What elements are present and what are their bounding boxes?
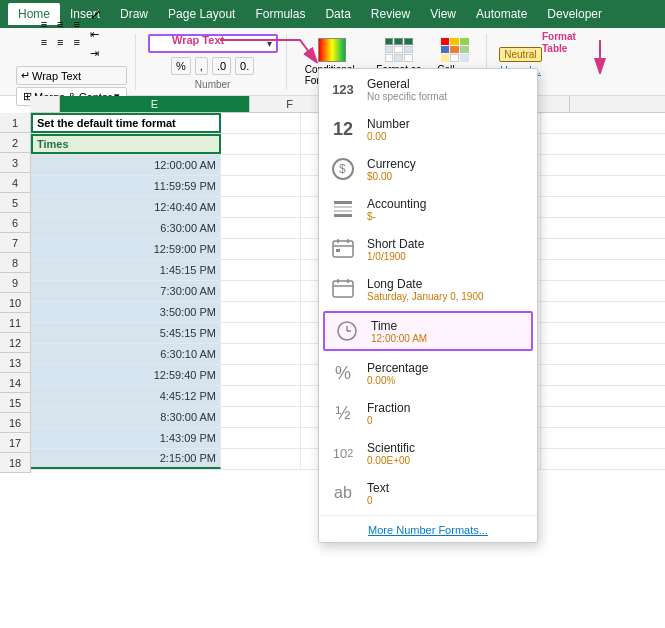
indent-increase-button[interactable]: ⇥ bbox=[86, 45, 106, 62]
general-icon: 123 bbox=[329, 75, 357, 103]
row-header-9: 9 bbox=[0, 273, 30, 293]
align-top-row: ≡ ≡ ≡ bbox=[37, 16, 84, 32]
row-header-13: 13 bbox=[0, 353, 30, 373]
dropdown-item-fraction[interactable]: ½ Fraction 0 bbox=[319, 393, 537, 433]
time-cell-9[interactable]: 5:45:15 PM bbox=[31, 323, 221, 343]
dropdown-item-accounting[interactable]: Accounting $- bbox=[319, 189, 537, 229]
time-cell-1[interactable]: 12:00:00 AM bbox=[31, 155, 221, 175]
time-cell-6[interactable]: 1:45:15 PM bbox=[31, 260, 221, 280]
number-format-dropdown: 123 General No specific format 12 Number… bbox=[318, 68, 538, 543]
number-format-dropdown-arrow[interactable]: ▾ bbox=[267, 38, 272, 49]
time-cell-10[interactable]: 6:30:10 AM bbox=[31, 344, 221, 364]
row-header-2: 2 bbox=[0, 133, 30, 153]
align-bottom-button[interactable]: ≡ bbox=[70, 16, 84, 32]
time-cell-5[interactable]: 12:59:00 PM bbox=[31, 239, 221, 259]
wrap-text-icon: ↵ bbox=[21, 69, 30, 82]
align-top-button[interactable]: ≡ bbox=[37, 16, 51, 32]
tab-view[interactable]: View bbox=[420, 3, 466, 25]
general-sublabel: No specific format bbox=[367, 91, 447, 102]
number-group: ▾ % , .0 0. Number bbox=[140, 34, 287, 90]
tab-developer[interactable]: Developer bbox=[537, 3, 612, 25]
align-left-button[interactable]: ≡ bbox=[37, 34, 51, 50]
time-cell-15[interactable]: 2:15:00 PM bbox=[31, 449, 221, 469]
dropdown-item-time[interactable]: Time 12:00:00 AM bbox=[323, 311, 533, 351]
time-label: Time bbox=[371, 319, 427, 333]
tab-draw[interactable]: Draw bbox=[110, 3, 158, 25]
dropdown-item-currency[interactable]: $ Currency $0.00 bbox=[319, 149, 537, 189]
number-format-input[interactable] bbox=[154, 36, 272, 50]
general-label: General bbox=[367, 77, 447, 91]
dropdown-item-text[interactable]: ab Text 0 bbox=[319, 473, 537, 513]
times-header-cell[interactable]: Times bbox=[31, 134, 221, 154]
title-cell[interactable]: Set the default time format bbox=[31, 113, 221, 133]
tab-formulas[interactable]: Formulas bbox=[245, 3, 315, 25]
percentage-sublabel: 0.00% bbox=[367, 375, 428, 386]
increase-decimal-button[interactable]: .0 bbox=[212, 57, 231, 75]
dropdown-item-longdate[interactable]: Long Date Saturday, January 0, 1900 bbox=[319, 269, 537, 309]
svg-rect-2 bbox=[334, 201, 352, 204]
tab-data[interactable]: Data bbox=[315, 3, 360, 25]
shortdate-sublabel: 1/0/1900 bbox=[367, 251, 424, 262]
svg-rect-4 bbox=[334, 210, 352, 212]
time-cell-7[interactable]: 7:30:00 AM bbox=[31, 281, 221, 301]
cell-f16 bbox=[221, 428, 301, 448]
cell-f10 bbox=[221, 302, 301, 322]
cell-f9 bbox=[221, 281, 301, 301]
cell-f4 bbox=[221, 176, 301, 196]
percent-button[interactable]: % bbox=[171, 57, 191, 75]
short-date-icon bbox=[329, 235, 357, 263]
currency-label: Currency bbox=[367, 157, 416, 171]
row-header-1: 1 bbox=[0, 113, 30, 133]
time-cell-14[interactable]: 1:43:09 PM bbox=[31, 428, 221, 448]
more-formats-link[interactable]: More Number Formats... bbox=[319, 518, 537, 542]
row-header-15: 15 bbox=[0, 393, 30, 413]
svg-rect-10 bbox=[336, 249, 340, 252]
dropdown-item-percentage[interactable]: % Percentage 0.00% bbox=[319, 353, 537, 393]
row-header-10: 10 bbox=[0, 293, 30, 313]
shortdate-label: Short Date bbox=[367, 237, 424, 251]
tab-page-layout[interactable]: Page Layout bbox=[158, 3, 245, 25]
dropdown-item-general[interactable]: 123 General No specific format bbox=[319, 69, 537, 109]
row-header-17: 17 bbox=[0, 433, 30, 453]
text-icon: ab bbox=[329, 479, 357, 507]
col-header-e[interactable]: E bbox=[60, 96, 250, 112]
align-middle-button[interactable]: ≡ bbox=[53, 16, 67, 32]
cell-f13 bbox=[221, 365, 301, 385]
time-cell-12[interactable]: 4:45:12 PM bbox=[31, 386, 221, 406]
tab-review[interactable]: Review bbox=[361, 3, 420, 25]
svg-rect-11 bbox=[333, 281, 353, 297]
cell-f1 bbox=[221, 113, 301, 133]
scientific-sublabel: 0.00E+00 bbox=[367, 455, 415, 466]
time-cell-2[interactable]: 11:59:59 PM bbox=[31, 176, 221, 196]
comma-button[interactable]: , bbox=[195, 57, 208, 75]
align-center-button[interactable]: ≡ bbox=[53, 34, 67, 50]
time-cell-13[interactable]: 8:30:00 AM bbox=[31, 407, 221, 427]
time-cell-11[interactable]: 12:59:40 PM bbox=[31, 365, 221, 385]
row-headers: 1 2 3 4 5 6 7 8 9 10 11 12 13 14 15 16 1… bbox=[0, 113, 31, 473]
text-format-sublabel: 0 bbox=[367, 495, 389, 506]
time-sublabel: 12:00:00 AM bbox=[371, 333, 427, 344]
cell-f3 bbox=[221, 155, 301, 175]
text-format-label: Text bbox=[367, 481, 389, 495]
decrease-decimal-button[interactable]: 0. bbox=[235, 57, 254, 75]
svg-text:$: $ bbox=[339, 162, 346, 176]
time-cell-3[interactable]: 12:40:40 AM bbox=[31, 197, 221, 217]
cell-f2 bbox=[221, 134, 301, 154]
indent-decrease-button[interactable]: ⇤ bbox=[86, 26, 106, 43]
accounting-label-text: Accounting bbox=[367, 197, 426, 211]
time-cell-8[interactable]: 3:50:00 PM bbox=[31, 302, 221, 322]
wrap-text-button[interactable]: ↵ Wrap Text bbox=[16, 66, 127, 85]
dropdown-item-scientific[interactable]: 102 Scientific 0.00E+00 bbox=[319, 433, 537, 473]
alignment-group: ≡ ≡ ≡ ≡ ≡ ≡ ⤢ ⇤ ⇥ bbox=[8, 34, 136, 90]
text-direction-button[interactable]: ⤢ bbox=[86, 4, 106, 24]
number-sublabel: 0.00 bbox=[367, 131, 410, 142]
row-header-14: 14 bbox=[0, 373, 30, 393]
row-header-4: 4 bbox=[0, 173, 30, 193]
time-cell-4[interactable]: 6:30:00 AM bbox=[31, 218, 221, 238]
number-format-box[interactable]: ▾ bbox=[148, 34, 278, 53]
dropdown-item-number[interactable]: 12 Number 0.00 bbox=[319, 109, 537, 149]
dropdown-item-shortdate[interactable]: Short Date 1/0/1900 bbox=[319, 229, 537, 269]
tab-automate[interactable]: Automate bbox=[466, 3, 537, 25]
align-right-button[interactable]: ≡ bbox=[70, 34, 84, 50]
long-date-icon bbox=[329, 275, 357, 303]
